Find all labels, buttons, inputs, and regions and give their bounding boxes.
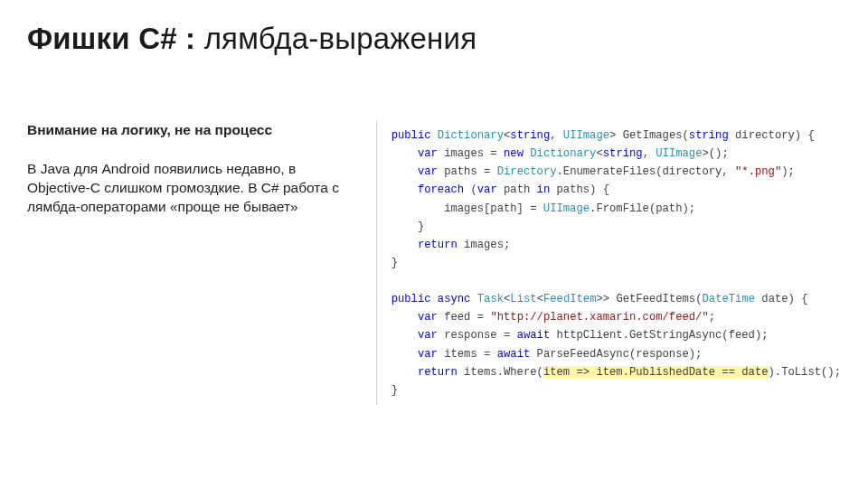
kw-var3: var — [477, 183, 497, 196]
code-block: public Dictionary<string, UIImage> GetIm… — [376, 121, 841, 405]
title-bold: Фишки C# : — [27, 22, 195, 55]
str-png: "*.png" — [735, 165, 781, 178]
sig-after: > GetImages( — [609, 129, 689, 142]
kw-var6: var — [418, 348, 438, 361]
kw-var5: var — [418, 329, 438, 342]
title-light: лямбда-выражения — [195, 22, 476, 55]
type-uiimage2: UIImage — [656, 147, 702, 160]
kw-string2: string — [689, 129, 729, 142]
kw-var2: var — [418, 165, 438, 178]
type-dict2: Dictionary — [530, 147, 596, 160]
kw-var4: var — [418, 311, 438, 324]
kw-string: string — [510, 129, 550, 142]
type-uiimage: UIImage — [563, 129, 609, 142]
content-columns: Внимание на логику, не на процесс В Java… — [27, 121, 841, 405]
kw-await1: await — [517, 329, 551, 342]
kw-public2: public — [392, 293, 431, 305]
subtitle: Внимание на логику, не на процесс — [27, 121, 354, 140]
type-feeditem: FeedItem — [543, 293, 597, 305]
sig-param: directory) { — [729, 129, 815, 142]
body-text: В Java для Android появились недавно, в … — [27, 160, 354, 217]
type-task: Task — [477, 293, 504, 305]
lambda-highlight: item => item.PublishedDate == date — [543, 366, 769, 379]
left-column: Внимание на логику, не на процесс В Java… — [27, 121, 376, 405]
kw-string3: string — [603, 147, 643, 160]
kw-foreach: foreach — [418, 183, 464, 196]
kw-in: in — [537, 183, 551, 196]
kw-public: public — [392, 129, 431, 142]
type-list: List — [510, 293, 536, 305]
type-datetime: DateTime — [703, 293, 756, 305]
type-uiimage3: UIImage — [543, 202, 590, 215]
slide-title: Фишки C# : лямбда-выражения — [27, 22, 841, 56]
type-dictionary: Dictionary — [438, 129, 504, 142]
kw-await2: await — [497, 348, 531, 361]
str-feed: "http://planet.xamarin.com/feed/" — [490, 311, 708, 324]
type-directory: Directory — [497, 165, 557, 178]
kw-return2: return — [418, 366, 458, 379]
kw-async: async — [438, 293, 471, 305]
kw-return1: return — [418, 239, 458, 251]
kw-new: new — [504, 147, 524, 160]
kw-var1: var — [418, 147, 438, 160]
